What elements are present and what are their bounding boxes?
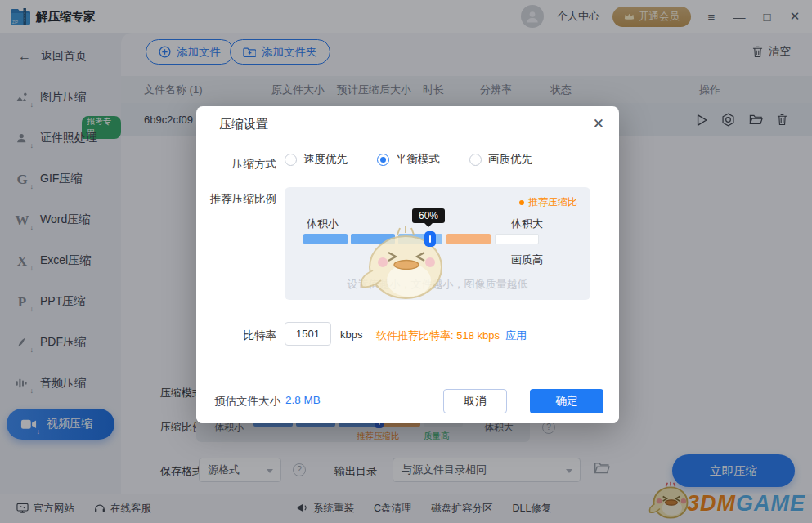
- radio-circle-icon: [377, 154, 389, 166]
- app-window: ZIP 解压缩专家 个人中心 开通会员 ≡ — □ ✕ ← 返回首页: [0, 0, 812, 523]
- apply-bitrate-link[interactable]: 应用: [505, 329, 527, 343]
- recommended-ratio-legend: 推荐压缩比: [519, 195, 577, 209]
- confirm-button[interactable]: 确定: [530, 389, 603, 413]
- slider-value-tooltip: 60%: [412, 208, 445, 223]
- dialog-footer: 预估文件大小 2.8 MB 取消 确定: [196, 378, 619, 423]
- compress-settings-dialog: 压缩设置 ✕ 压缩方式 速度优先 平衡模式 画质优先 推荐压缩比例 推荐压缩比: [196, 106, 619, 423]
- estimated-size-label: 预估文件大小: [214, 394, 280, 409]
- watermark-mascot: [355, 220, 450, 300]
- legend-dot-icon: [519, 200, 524, 205]
- bitrate-input[interactable]: [285, 322, 331, 346]
- method-label: 压缩方式: [196, 157, 276, 172]
- method-options: 速度优先 平衡模式 画质优先: [285, 152, 532, 167]
- dialog-header: 压缩设置 ✕: [196, 106, 619, 141]
- bitrate-unit: kbps: [340, 329, 362, 341]
- ratio-slider-handle[interactable]: [424, 231, 436, 247]
- dialog-title: 压缩设置: [219, 106, 268, 141]
- estimated-size: 预估文件大小 2.8 MB: [214, 394, 321, 409]
- radio-label: 平衡模式: [396, 152, 440, 167]
- radio-speed-priority[interactable]: 速度优先: [285, 152, 348, 167]
- radio-circle-icon: [285, 154, 297, 166]
- radio-label: 画质优先: [488, 152, 532, 167]
- estimated-size-value: 2.8 MB: [285, 394, 321, 409]
- legend-label: 推荐压缩比: [528, 195, 577, 209]
- cancel-button[interactable]: 取消: [443, 389, 507, 413]
- dialog-close-icon[interactable]: ✕: [593, 115, 604, 132]
- radio-balanced-mode[interactable]: 平衡模式: [377, 152, 440, 167]
- recommended-ratio-section-label: 推荐压缩比例: [196, 192, 276, 207]
- bitrate-label: 比特率: [196, 329, 276, 343]
- recommended-bitrate-text: 软件推荐比特率: 518 kbps: [376, 329, 500, 343]
- radio-label: 速度优先: [303, 152, 348, 167]
- quality-high-label: 画质高: [511, 253, 543, 267]
- radio-circle-icon: [469, 154, 482, 166]
- ratio-slider-panel: 推荐压缩比 体积小 体积大: [285, 187, 590, 300]
- size-big-label: 体积大: [511, 217, 543, 231]
- size-small-label: 体积小: [307, 217, 339, 231]
- radio-quality-priority[interactable]: 画质优先: [469, 152, 532, 167]
